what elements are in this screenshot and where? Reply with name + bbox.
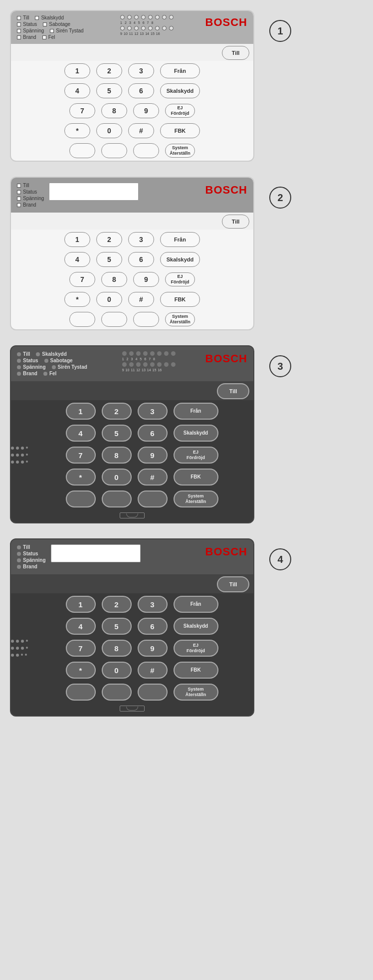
key-2-5[interactable]: 5 [96, 252, 122, 267]
keypad-row-2-3: 7 8 9 EJFördröjd [11, 269, 253, 289]
key-7[interactable]: 7 [69, 103, 95, 118]
fn-system-1[interactable]: SystemÅterställn [165, 144, 195, 158]
sd-8 [26, 454, 28, 456]
key-3-5[interactable]: 5 [102, 425, 132, 442]
key-4-8[interactable]: 8 [102, 640, 132, 657]
key-2-3[interactable]: 3 [128, 232, 154, 247]
sd4-10 [16, 654, 19, 657]
key-3-hash[interactable]: # [138, 469, 168, 486]
side-dot-row-4-2 [11, 647, 28, 650]
key-2-8[interactable]: 8 [101, 272, 127, 287]
fn-ej-1[interactable]: EJFördröjd [165, 104, 195, 118]
key-fn1[interactable] [69, 143, 95, 158]
keypad-row-3-1: 1 2 3 Från [30, 400, 253, 422]
key-3-fn1[interactable] [66, 490, 96, 507]
key-4-7[interactable]: 7 [66, 640, 96, 657]
key-star[interactable]: * [64, 123, 90, 138]
key-4-3[interactable]: 3 [138, 596, 168, 613]
fn-fbk-1[interactable]: FBK [160, 123, 200, 138]
key-2-fn2[interactable] [101, 312, 127, 327]
key-3-6[interactable]: 6 [138, 425, 168, 442]
keypad-row-1-4: * 0 # FBK [11, 121, 253, 141]
key-3-8[interactable]: 8 [102, 447, 132, 464]
zone-row-top [120, 15, 174, 19]
fn-system-3[interactable]: SystemÅterställn [174, 490, 218, 507]
key-3-fn3[interactable] [138, 490, 168, 507]
key-2-star[interactable]: * [64, 292, 90, 307]
till-button-1[interactable]: Till [222, 46, 249, 60]
key-3-fn2[interactable] [102, 490, 132, 507]
key-3[interactable]: 3 [128, 63, 154, 78]
key-4-2[interactable]: 2 [102, 596, 132, 613]
key-2-hash[interactable]: # [128, 292, 154, 307]
key-4-fn3[interactable] [138, 684, 168, 701]
fn-ej-4[interactable]: EJFördröjd [174, 640, 218, 657]
key-1[interactable]: 1 [64, 63, 90, 78]
bosch-logo-1: BOSCH [205, 16, 247, 29]
zone-dot-3-3 [136, 351, 141, 356]
key-9[interactable]: 9 [133, 103, 159, 118]
fn-ej-2[interactable]: EJFördröjd [165, 272, 195, 286]
key-3-7[interactable]: 7 [66, 447, 96, 464]
key-8[interactable]: 8 [101, 103, 127, 118]
key-2-fn1[interactable] [69, 312, 95, 327]
key-3-star[interactable]: * [66, 469, 96, 486]
fn-fbk-2[interactable]: FBK [160, 292, 200, 307]
fn-skalskydd-1[interactable]: Skalskydd [160, 83, 200, 98]
fn-ej-3[interactable]: EJFördröjd [174, 447, 218, 464]
fn-fran-4[interactable]: Från [174, 596, 218, 613]
key-2-6[interactable]: 6 [128, 252, 154, 267]
key-2-1[interactable]: 1 [64, 232, 90, 247]
key-2-0[interactable]: 0 [96, 292, 122, 307]
bosch-logo-4: BOSCH [205, 545, 247, 558]
key-2-4[interactable]: 4 [64, 252, 90, 267]
key-2[interactable]: 2 [96, 63, 122, 78]
key-4[interactable]: 4 [64, 83, 90, 98]
fn-skalskydd-3[interactable]: Skalskydd [174, 425, 218, 442]
key-4-fn1[interactable] [66, 684, 96, 701]
key-2-2[interactable]: 2 [96, 232, 122, 247]
till-button-4[interactable]: Till [217, 576, 249, 592]
key-4-star[interactable]: * [66, 662, 96, 679]
key-4-9[interactable]: 9 [138, 640, 168, 657]
fn-system-2[interactable]: SystemÅterställn [165, 312, 195, 326]
key-2-7[interactable]: 7 [69, 272, 95, 287]
fn-system-4[interactable]: SystemÅterställn [174, 684, 218, 701]
fn-fran-1[interactable]: Från [160, 63, 200, 78]
fn-fbk-3[interactable]: FBK [174, 469, 218, 486]
fn-skalskydd-2[interactable]: Skalskydd [160, 252, 200, 267]
fn-skalskydd-4[interactable]: Skalskydd [174, 618, 218, 635]
till-button-2[interactable]: Till [222, 215, 249, 229]
fn-fran-2[interactable]: Från [160, 232, 200, 247]
key-4-6[interactable]: 6 [138, 618, 168, 635]
key-3-9[interactable]: 9 [138, 447, 168, 464]
key-4-5[interactable]: 5 [102, 618, 132, 635]
key-fn2[interactable] [101, 143, 127, 158]
key-6[interactable]: 6 [128, 83, 154, 98]
key-3-0[interactable]: 0 [102, 469, 132, 486]
zone-dot-3-11 [136, 362, 141, 367]
key-hash[interactable]: # [128, 123, 154, 138]
sd4-4 [26, 640, 28, 642]
key-4-1[interactable]: 1 [66, 596, 96, 613]
key-4-0[interactable]: 0 [102, 662, 132, 679]
key-2-9[interactable]: 9 [133, 272, 159, 287]
key-fn3[interactable] [133, 143, 159, 158]
till-row-2: Till [11, 213, 253, 230]
key-2-fn3[interactable] [133, 312, 159, 327]
key-3-1[interactable]: 1 [66, 403, 96, 420]
key-3-2[interactable]: 2 [102, 403, 132, 420]
key-3-4[interactable]: 4 [66, 425, 96, 442]
key-5[interactable]: 5 [96, 83, 122, 98]
key-3-3[interactable]: 3 [138, 403, 168, 420]
side-dot-row-3-2 [11, 454, 28, 457]
zone-dot-16 [169, 26, 174, 30]
fn-fran-3[interactable]: Från [174, 403, 218, 420]
key-4-fn2[interactable] [102, 684, 132, 701]
side-dot-row-4-1 [11, 640, 28, 643]
key-4-4[interactable]: 4 [66, 618, 96, 635]
till-button-3[interactable]: Till [217, 383, 249, 399]
key-4-hash[interactable]: # [138, 662, 168, 679]
key-0[interactable]: 0 [96, 123, 122, 138]
fn-fbk-4[interactable]: FBK [174, 662, 218, 679]
